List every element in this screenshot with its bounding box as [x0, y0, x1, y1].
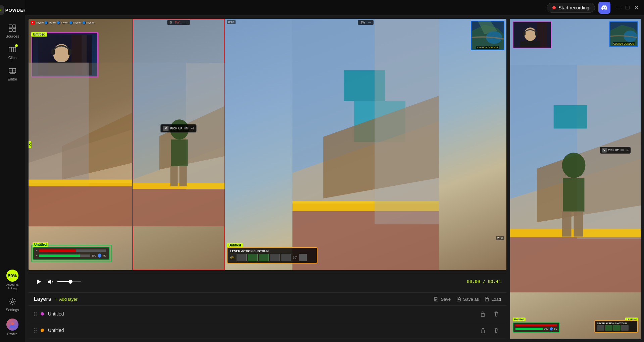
- preview-minimap-label: CLOUDY CONDOS: [613, 42, 635, 45]
- preview-weapon-slot-2: [605, 325, 612, 331]
- profile-label: Profile: [7, 332, 17, 336]
- preview-health-bar: 100 50: [513, 322, 560, 333]
- sidebar-item-editor[interactable]: Editor: [0, 63, 25, 84]
- drag-handle-1[interactable]: [34, 312, 37, 316]
- preview-pickup-text: PICK UP: [608, 149, 619, 152]
- start-recording-label: Start recording: [558, 5, 589, 10]
- volume-slider[interactable]: [57, 281, 81, 282]
- svg-point-13: [11, 301, 13, 303]
- accounts-label: Accountslinking: [6, 283, 18, 290]
- svg-rect-52: [375, 19, 439, 224]
- layer-1-lock[interactable]: [478, 309, 488, 319]
- svg-rect-72: [523, 32, 526, 36]
- minimap: CLOUDY CONDOS: [471, 21, 504, 50]
- hud-timer: 2:00: [496, 236, 504, 240]
- main-content: Start recording — □ ✕ ●: [25, 0, 644, 342]
- svg-rect-66: [562, 212, 572, 237]
- left-arrow: [29, 141, 31, 148]
- health-untitled-label: Untitled: [33, 242, 48, 247]
- sidebar-item-profile[interactable]: Profile: [0, 315, 25, 339]
- time-indicator: 0:40: [227, 20, 236, 24]
- load-label: Load: [491, 297, 501, 302]
- seg3-compass-sw: SW: [360, 21, 365, 24]
- compass-sw: SW: [175, 21, 180, 24]
- svg-rect-71: [520, 41, 540, 48]
- layer-row-2: Untitled: [29, 322, 506, 339]
- preview-health-red: [515, 324, 557, 326]
- time-display: 00:00 / 00:41: [467, 279, 501, 284]
- editor-icon: [8, 66, 17, 76]
- video-segment-1: ● Styael 🔵 Styael 🔵 Styael 🔵 Styael, 🔵 S…: [29, 19, 133, 270]
- sidebar-item-accounts[interactable]: 50% Accountslinking: [0, 266, 25, 294]
- stream-names: Styael 🔵 Styael 🔵 Styael 🔵 Styael, 🔵 Sty…: [36, 21, 94, 24]
- layer-2-delete[interactable]: [492, 326, 501, 335]
- seg3-weapon-bar: LEVER ACTION SHOTGUN 6/4: [227, 247, 317, 264]
- svg-rect-5: [13, 28, 16, 32]
- svg-rect-12: [10, 73, 15, 74]
- settings-icon: [8, 297, 17, 306]
- clips-icon: [8, 45, 17, 54]
- discord-button[interactable]: [598, 2, 610, 14]
- compass-bar: S SW ___: [167, 20, 190, 25]
- svg-rect-54: [435, 297, 437, 298]
- add-layer-button[interactable]: + Add layer: [55, 296, 78, 302]
- svg-rect-56: [481, 330, 485, 333]
- close-button[interactable]: ✕: [634, 5, 639, 10]
- app-logo: P POWDER: [0, 3, 25, 17]
- header: Start recording — □ ✕: [25, 0, 644, 15]
- preview-video: CLOUDY CONDOS V PICK UP ×4 Untitled Unti…: [510, 19, 641, 339]
- pickup-count: ×4: [190, 127, 194, 130]
- minimap-location-label: CLOUDY CONDOS: [476, 46, 499, 49]
- svg-rect-35: [133, 183, 225, 189]
- weapon-slot-5: [281, 254, 291, 261]
- sidebar: P POWDER Sources Clips: [0, 0, 25, 342]
- stream-badge: ●: [31, 21, 35, 24]
- svg-rect-39: [179, 166, 187, 186]
- svg-rect-73: [535, 32, 538, 36]
- add-icon: +: [55, 296, 58, 302]
- layer-1-delete[interactable]: [492, 309, 501, 319]
- svg-rect-4: [9, 28, 12, 32]
- layer-2-lock[interactable]: [478, 326, 488, 335]
- layer-1-name: Untitled: [48, 311, 474, 317]
- svg-rect-2: [9, 25, 12, 28]
- preview-untitled1: Untitled: [513, 318, 526, 321]
- save-as-button[interactable]: Save as: [456, 296, 479, 302]
- video-canvas[interactable]: ● Styael 🔵 Styael 🔵 Styael 🔵 Styael, 🔵 S…: [29, 19, 506, 270]
- preview-game-bg: CLOUDY CONDOS V PICK UP ×4 Untitled Unti…: [510, 19, 641, 339]
- maximize-button[interactable]: □: [625, 5, 630, 10]
- layers-actions: Save Save as Load: [434, 296, 501, 302]
- weapon-slot-2: [248, 254, 258, 261]
- pickup-key: V: [163, 126, 168, 131]
- svg-rect-67: [574, 212, 583, 237]
- save-button[interactable]: Save: [434, 296, 451, 302]
- svg-rect-65: [563, 178, 585, 212]
- editor-content: ● Styael 🔵 Styael 🔵 Styael 🔵 Styael, 🔵 S…: [25, 15, 644, 342]
- weapon-ammo-label: 6/4: [230, 256, 235, 259]
- layer-2-name: Untitled: [48, 328, 474, 333]
- sidebar-item-settings[interactable]: Settings: [0, 294, 25, 315]
- svg-rect-28: [29, 63, 89, 186]
- minimize-button[interactable]: —: [616, 5, 621, 10]
- svg-rect-55: [481, 314, 485, 317]
- sidebar-item-sources[interactable]: Sources: [0, 20, 25, 42]
- play-button[interactable]: [34, 277, 43, 286]
- add-layer-label: Add layer: [59, 297, 78, 302]
- preview-pickup: V PICK UP ×4: [600, 147, 631, 154]
- pickup-prompt: V PICK UP ×4: [160, 124, 196, 132]
- sidebar-item-clips[interactable]: Clips: [0, 42, 25, 63]
- clips-label: Clips: [8, 56, 16, 60]
- seg3-untitled-label: Untitled: [227, 243, 243, 247]
- preview-weapon-slot-4: [621, 325, 629, 331]
- volume-thumb: [68, 280, 72, 284]
- drag-handle-2[interactable]: [34, 328, 37, 333]
- start-recording-button[interactable]: Start recording: [547, 3, 595, 13]
- sources-icon: [8, 23, 17, 33]
- logo-icon: P: [0, 5, 4, 15]
- preview-weapon-bar: LEVER ACTION SHOTGUN: [594, 320, 638, 333]
- load-button[interactable]: Load: [484, 296, 501, 302]
- preview-weapon-slot-1: [597, 325, 604, 331]
- svg-rect-37: [171, 139, 188, 166]
- svg-text:P: P: [0, 8, 1, 12]
- preview-health-num: 100: [544, 327, 548, 330]
